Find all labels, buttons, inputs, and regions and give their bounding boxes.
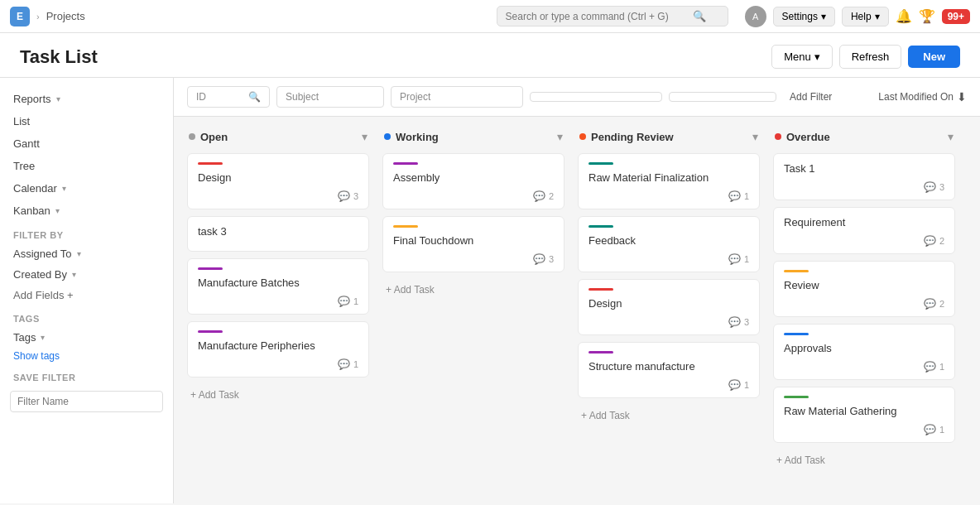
col-menu-pending-review[interactable]: ▾ — [752, 130, 758, 143]
col-dot-open — [189, 133, 195, 140]
add-fields-button[interactable]: Add Fields + — [0, 285, 173, 305]
col-menu-open[interactable]: ▾ — [362, 130, 368, 143]
comment-icon: 💬 — [924, 298, 936, 310]
assigned-to-filter[interactable]: Assigned To ▾ — [0, 243, 173, 264]
card-priority-bar — [198, 162, 223, 165]
notification-icon[interactable]: 🔔 — [896, 8, 912, 24]
filter-name-input[interactable] — [10, 391, 163, 412]
add-task-open[interactable]: + Add Task — [187, 384, 369, 406]
search-bar[interactable]: 🔍 — [497, 6, 728, 26]
col-title-overdue: Overdue — [786, 131, 943, 143]
created-by-filter[interactable]: Created By ▾ — [0, 264, 173, 285]
breadcrumb-chevron: › — [36, 12, 40, 22]
tags-label: TAGS — [0, 305, 173, 327]
col-header-working: Working ▾ — [382, 127, 564, 147]
card-footer: 💬 1 — [198, 296, 358, 307]
card-title: Approvals — [784, 342, 944, 354]
show-tags-button[interactable]: Show tags — [0, 348, 173, 364]
card-title: task 3 — [198, 225, 358, 238]
col-dot-overdue — [775, 133, 781, 140]
card-footer: 💬 1 — [784, 361, 944, 373]
comment-count: 2 — [939, 236, 944, 246]
card-title: Feedback — [588, 234, 749, 247]
extra-filter-2[interactable] — [669, 92, 776, 102]
id-filter[interactable]: ID 🔍 — [187, 86, 270, 108]
tags-filter[interactable]: Tags ▾ — [0, 327, 173, 348]
kanban-card[interactable]: Review 💬 2 — [773, 261, 955, 317]
sidebar-item-gantt[interactable]: Gantt — [0, 132, 173, 155]
kanban-card[interactable]: Task 1 💬 3 — [773, 153, 955, 200]
comment-icon: 💬 — [924, 424, 936, 435]
kanban-card[interactable]: Manufacture Peripheries 💬 1 — [187, 321, 369, 378]
avatar: A — [745, 6, 766, 27]
trophy-icon[interactable]: 🏆 — [919, 8, 935, 24]
new-button[interactable]: New — [908, 46, 960, 68]
comment-icon: 💬 — [728, 316, 741, 328]
card-footer: 💬 1 — [588, 190, 749, 202]
comment-count: 3 — [353, 191, 358, 201]
kanban-card[interactable]: Assembly 💬 2 — [382, 153, 564, 209]
card-footer: 💬 2 — [784, 235, 944, 247]
filter-by-label: FILTER BY — [0, 222, 173, 243]
kanban-card[interactable]: Structure manufacture 💬 1 — [578, 342, 760, 398]
kanban-card[interactable]: task 3 — [187, 216, 369, 252]
kanban-card[interactable]: Raw Material Gathering 💬 1 — [773, 387, 955, 443]
col-title-working: Working — [396, 131, 552, 143]
card-priority-bar — [393, 225, 418, 228]
refresh-button[interactable]: Refresh — [839, 45, 902, 69]
comment-icon: 💬 — [728, 253, 741, 265]
filter-name-input-wrapper — [10, 391, 163, 412]
extra-filter-1[interactable] — [530, 92, 662, 102]
kanban-card[interactable]: Final Touchdown 💬 3 — [382, 216, 564, 272]
kanban-card[interactable]: Design 💬 3 — [187, 153, 369, 209]
col-menu-working[interactable]: ▾ — [557, 130, 563, 143]
help-button[interactable]: Help ▾ — [842, 7, 889, 26]
sidebar-item-kanban[interactable]: Kanban ▾ — [0, 200, 173, 222]
layout: Reports ▾ List Gantt Tree Calendar ▾ Kan… — [0, 78, 980, 503]
comment-count: 3 — [744, 317, 749, 327]
card-priority-bar — [588, 162, 613, 165]
kanban-col-working: Working ▾ Assembly 💬 2 Final Touchdown 💬… — [382, 127, 564, 301]
card-title: Design — [588, 297, 749, 310]
sidebar-item-tree[interactable]: Tree — [0, 155, 173, 177]
sidebar-item-calendar[interactable]: Calendar ▾ — [0, 177, 173, 200]
kanban-card[interactable]: Raw Material Finalization 💬 1 — [578, 153, 760, 209]
comment-icon: 💬 — [533, 253, 545, 265]
kanban-card[interactable]: Feedback 💬 1 — [578, 216, 760, 272]
badge-count[interactable]: 99+ — [942, 9, 970, 24]
sidebar-item-list[interactable]: List — [0, 110, 173, 132]
menu-button[interactable]: Menu ▾ — [771, 45, 833, 69]
subject-filter[interactable]: Subject — [276, 86, 384, 108]
last-modified-sort[interactable]: Last Modified On ⬇ — [878, 90, 967, 103]
sidebar: Reports ▾ List Gantt Tree Calendar ▾ Kan… — [0, 78, 174, 503]
kanban-card[interactable]: Design 💬 3 — [578, 279, 760, 335]
col-menu-overdue[interactable]: ▾ — [948, 130, 954, 143]
app-icon: E — [10, 7, 30, 26]
add-task-pending-review[interactable]: + Add Task — [578, 405, 760, 426]
sort-icon: ⬇ — [957, 90, 967, 103]
card-priority-bar — [784, 396, 809, 398]
sidebar-item-reports[interactable]: Reports ▾ — [0, 88, 173, 110]
kanban-card[interactable]: Manufacture Batches 💬 1 — [187, 258, 369, 315]
kanban-card[interactable]: Requirement 💬 2 — [773, 207, 955, 254]
comment-icon: 💬 — [924, 181, 936, 193]
settings-button[interactable]: Settings ▾ — [773, 7, 835, 26]
project-filter[interactable]: Project — [391, 86, 523, 108]
add-task-working[interactable]: + Add Task — [382, 279, 564, 301]
breadcrumb-projects[interactable]: Projects — [46, 10, 85, 22]
kanban-col-overdue: Overdue ▾ Task 1 💬 3 Requirement 💬 2 Rev… — [773, 127, 955, 471]
add-task-overdue[interactable]: + Add Task — [773, 450, 955, 471]
card-title: Raw Material Finalization — [588, 171, 749, 184]
col-title-open: Open — [200, 131, 357, 143]
comment-icon: 💬 — [924, 361, 936, 373]
add-filter-button[interactable]: Add Filter — [783, 88, 838, 106]
page-header: Task List Menu ▾ Refresh New — [0, 33, 980, 78]
card-title: Requirement — [784, 216, 944, 228]
kanban-card[interactable]: Approvals 💬 1 — [773, 324, 955, 380]
card-footer: 💬 3 — [198, 190, 358, 202]
comment-count: 1 — [353, 296, 358, 306]
card-title: Design — [198, 171, 358, 184]
search-input[interactable] — [506, 11, 688, 22]
card-footer: 💬 1 — [588, 379, 749, 391]
card-priority-bar — [198, 330, 223, 333]
